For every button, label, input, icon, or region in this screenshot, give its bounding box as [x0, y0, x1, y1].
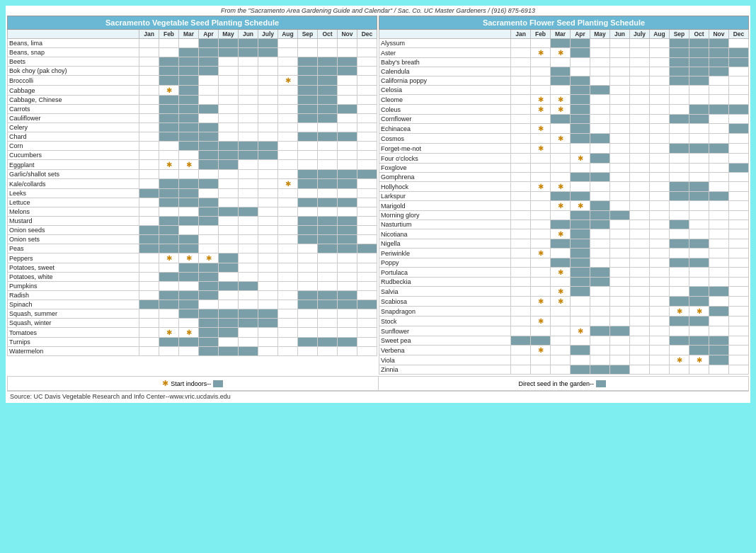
month-cell: [511, 67, 531, 76]
month-cell: [199, 151, 219, 160]
month-cell: [139, 235, 159, 244]
month-cell: [199, 282, 219, 291]
month-cell: [511, 365, 531, 375]
month-cell: [219, 291, 239, 300]
month-cell: [551, 164, 571, 173]
month-cell: [610, 192, 630, 201]
month-cell: [278, 226, 298, 235]
month-cell: [179, 86, 199, 96]
month-cell: [590, 76, 610, 86]
month-cell: [650, 365, 670, 375]
month-cell: [511, 287, 531, 297]
table-row: Mustard: [8, 217, 377, 226]
month-cell: [258, 263, 278, 273]
month-cell: [338, 86, 357, 96]
month-cell: [650, 95, 670, 105]
month-cell: [610, 67, 630, 76]
month-cell: [650, 182, 670, 192]
month-cell: ✱: [199, 253, 219, 263]
month-cell: [219, 319, 239, 328]
month-cell: [590, 336, 610, 346]
month-cell: [239, 263, 258, 273]
month-cell: [590, 124, 610, 134]
plant-name-cell: Pumpkins: [8, 282, 139, 291]
table-row: Viola✱✱: [379, 355, 749, 365]
month-cell: [239, 57, 258, 67]
month-cell: [630, 287, 650, 297]
month-cell: [689, 297, 709, 307]
plant-name-cell: Cleome: [379, 95, 511, 105]
plant-name-cell: Leeks: [8, 189, 139, 198]
month-cell: [298, 253, 318, 263]
month-cell: [179, 114, 199, 123]
month-cell: [551, 58, 571, 67]
table-row: Eggplant✱✱: [8, 160, 377, 170]
month-cell: ✱: [159, 86, 179, 96]
month-cell: [239, 291, 258, 300]
month-cell: [630, 239, 650, 249]
month-cell: [318, 253, 338, 263]
month-cell: [318, 105, 338, 114]
month-cell: ✱: [689, 307, 709, 317]
month-cell: [689, 229, 709, 239]
month-cell: [219, 105, 239, 114]
month-cell: [571, 105, 590, 115]
month-cell: [298, 207, 318, 217]
month-cell: [159, 291, 179, 300]
month-cell: [571, 307, 590, 317]
month-cell: [571, 144, 590, 154]
month-cell: [258, 39, 278, 48]
month-cell: [709, 278, 729, 287]
month-cell: [179, 189, 199, 198]
month-cell: [610, 317, 630, 326]
month-cell: [357, 235, 377, 244]
month-cell: [239, 217, 258, 226]
table-row: Aster✱✱: [379, 48, 749, 58]
month-cell: [709, 76, 729, 86]
month-cell: [357, 319, 377, 328]
plant-name-cell: Rudbeckia: [379, 278, 511, 287]
month-cell: [531, 268, 551, 278]
month-cell: [318, 263, 338, 273]
month-cell: [258, 253, 278, 263]
month-cell: [610, 326, 630, 336]
month-cell: [357, 253, 377, 263]
month-cell: [729, 67, 749, 76]
month-cell: [551, 67, 571, 76]
month-cell: [670, 164, 689, 173]
month-cell: [219, 309, 239, 319]
month-cell: [511, 220, 531, 229]
month-header-feb: Feb: [531, 30, 551, 39]
month-cell: [551, 258, 571, 268]
table-row: Radish: [8, 291, 377, 300]
month-cell: [219, 338, 239, 347]
month-cell: [338, 105, 357, 114]
table-row: Beans, lima: [8, 39, 377, 48]
month-cell: [610, 134, 630, 144]
table-row: Scabiosa✱✱: [379, 297, 749, 307]
plant-name-cell: Gomphrena: [379, 173, 511, 182]
month-cell: [239, 123, 258, 132]
month-cell: [650, 317, 670, 326]
plant-name-cell: Cabbage, Chinese: [8, 96, 139, 105]
month-cell: [511, 268, 531, 278]
month-cell: [511, 192, 531, 201]
month-cell: [531, 58, 551, 67]
plant-name-cell: Beets: [8, 57, 139, 67]
month-cell: [630, 105, 650, 115]
month-cell: [650, 211, 670, 220]
month-cell: [179, 282, 199, 291]
month-cell: [179, 170, 199, 179]
month-cell: [571, 229, 590, 239]
month-cell: [630, 346, 650, 355]
month-cell: [729, 346, 749, 355]
month-cell: [258, 338, 278, 347]
month-cell: [689, 105, 709, 115]
month-cell: [258, 291, 278, 300]
month-cell: [338, 39, 357, 48]
month-cell: [670, 278, 689, 287]
table-row: Carrots: [8, 105, 377, 114]
table-row: Cornflower: [379, 115, 749, 124]
month-cell: [139, 48, 159, 57]
month-cell: [258, 48, 278, 57]
